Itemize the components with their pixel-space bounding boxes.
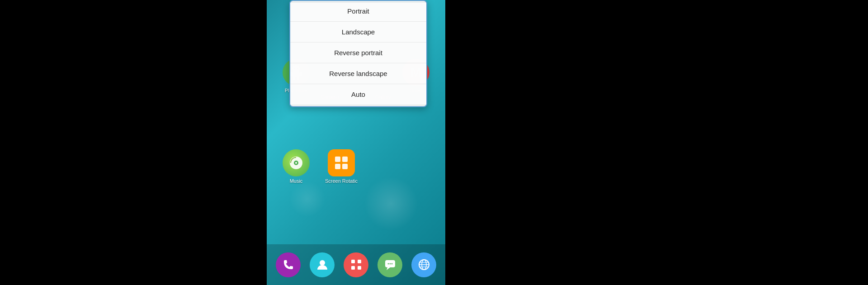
svg-rect-20 bbox=[351, 266, 355, 270]
dock-icon-contacts[interactable] bbox=[310, 252, 335, 277]
dock-icon-apps[interactable] bbox=[344, 252, 368, 277]
svg-point-17 bbox=[320, 260, 325, 266]
svg-rect-16 bbox=[342, 164, 348, 169]
chat-icon bbox=[384, 258, 396, 271]
apps-grid-icon bbox=[350, 258, 363, 271]
contacts-icon bbox=[316, 258, 329, 271]
menu-item-auto[interactable]: Auto bbox=[290, 84, 426, 104]
svg-point-12 bbox=[295, 162, 297, 164]
svg-point-24 bbox=[387, 263, 389, 265]
music-disc-icon bbox=[289, 156, 303, 170]
menu-item-landscape[interactable]: Landscape bbox=[290, 22, 426, 43]
dock-icon-browser[interactable] bbox=[411, 252, 436, 277]
dock-icon-phone[interactable] bbox=[276, 252, 301, 277]
browser-globe-icon bbox=[418, 258, 430, 271]
bottom-app-row: Music Screen Rotatic bbox=[267, 149, 445, 184]
music-label: Music bbox=[290, 178, 303, 184]
music-icon-bg bbox=[283, 149, 310, 176]
phone-icon bbox=[282, 258, 295, 271]
svg-marker-23 bbox=[387, 267, 390, 270]
menu-item-reverse-portrait[interactable]: Reverse portrait bbox=[290, 43, 426, 63]
svg-rect-19 bbox=[358, 260, 361, 263]
orientation-dropdown: Portrait Landscape Reverse portrait Reve… bbox=[289, 0, 427, 107]
grid-rotation-icon bbox=[333, 155, 349, 171]
app-icon-music[interactable]: Music bbox=[280, 149, 312, 184]
app-icon-screen-rotation[interactable]: Screen Rotatic bbox=[326, 149, 357, 184]
right-black-area bbox=[445, 0, 868, 285]
svg-rect-14 bbox=[342, 157, 348, 162]
dock-icon-chat[interactable] bbox=[377, 252, 402, 277]
bg-decoration-2 bbox=[289, 181, 326, 217]
screen-rotation-label: Screen Rotatic bbox=[325, 178, 358, 184]
phone-screen: Play Store M Gmail Camera Gallery Portra… bbox=[267, 0, 445, 285]
menu-item-reverse-landscape[interactable]: Reverse landscape bbox=[290, 63, 426, 84]
svg-point-26 bbox=[391, 263, 392, 265]
svg-rect-21 bbox=[358, 266, 361, 270]
left-black-area bbox=[0, 0, 267, 285]
svg-point-25 bbox=[389, 263, 391, 265]
menu-item-portrait[interactable]: Portrait bbox=[290, 3, 426, 22]
bg-decoration-1 bbox=[364, 176, 418, 231]
screen-rotation-icon-bg bbox=[328, 149, 355, 176]
svg-rect-18 bbox=[351, 260, 355, 263]
dock-bar bbox=[267, 244, 445, 285]
svg-rect-13 bbox=[335, 157, 340, 162]
svg-rect-15 bbox=[335, 164, 340, 169]
